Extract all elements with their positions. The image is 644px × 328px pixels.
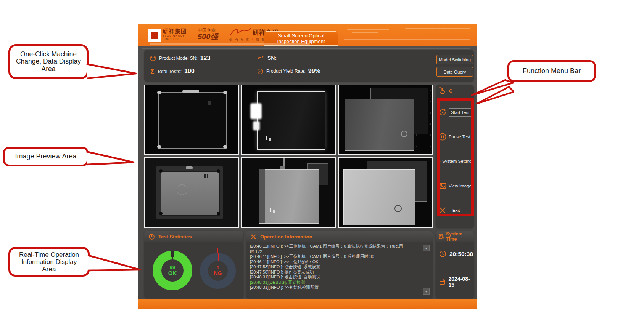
corner-dot [159, 169, 163, 173]
watermark-circle [177, 184, 187, 195]
log-scroll-down-button[interactable]: ▼ [423, 288, 430, 295]
field-label: Total Tests: [157, 69, 182, 74]
camera-image-1 [144, 85, 239, 155]
system-time-panel: System Time 20:50:38 2024-08-15 [436, 231, 474, 298]
panel-mark [273, 210, 275, 213]
scroll-up-icon: ▲ [425, 247, 428, 250]
doc-clock-icon [438, 233, 444, 240]
crossed-tools-icon [250, 233, 257, 240]
corner-dot [157, 145, 161, 149]
signature-flourish-icon [229, 27, 252, 37]
clock-row: 20:50:38 [439, 250, 473, 258]
scroll-down-icon: ▼ [425, 290, 428, 293]
function-menu-header-label: C [449, 88, 452, 94]
camera-image-3 [338, 85, 433, 155]
glass-panel [343, 169, 415, 225]
field-label: Product Model SN: [159, 56, 198, 61]
operation-info-header: Operation Information [246, 231, 433, 242]
yield-rate-value: 99% [308, 68, 320, 75]
date-row: 2024-08-15 [439, 276, 474, 288]
log-line: [20:47:53][INFO ]: 点击按钮 :系统设置 [250, 264, 420, 270]
top500-cn: 中国企业 [198, 28, 218, 32]
callout-line: Function Menu Bar [523, 67, 581, 75]
glare-blob [253, 121, 260, 130]
log-line: [20:46:11][INFO ]: >>工位1结果：OK [250, 259, 420, 265]
pie-chart-icon [148, 233, 155, 240]
ng-donut-center: 1 NG [208, 261, 228, 281]
callout-function-menu: Function Menu Bar [507, 60, 596, 82]
function-menu-annotation-box [437, 98, 474, 216]
logo-divider [195, 29, 195, 41]
header-circuit-line [344, 39, 470, 40]
app-header: 研祥集团 EVOC GROUP SINCE1993 中国企业 500强 研祥金码… [138, 24, 477, 46]
data-display-panel: Product Model SN: 123 Σ Total Tests: 100… [144, 50, 474, 82]
log-line: [20:48:31][DEBUG]: 开始检测 [250, 280, 420, 285]
callout-image-preview: Image Preview Area [3, 147, 89, 166]
corner-dot [217, 169, 220, 173]
panel-frame [158, 92, 227, 149]
hand-click-icon [438, 87, 446, 95]
camera-image-6 [338, 157, 433, 228]
logo-since: SINCE1993 [163, 38, 187, 41]
log-line: [20:48:31][INFO ]: >>初始化检测配置 [250, 285, 420, 290]
system-time-title: System Time [446, 231, 472, 242]
callout-line: Image Preview Area [15, 153, 76, 160]
total-tests-value: 100 [184, 68, 195, 75]
log-line: [20:47:58][INFO ]: 操作员登录成功 [250, 270, 420, 275]
callout-realtime-info-pointer [87, 254, 142, 272]
logo-group-cn: 研祥集团 [163, 28, 187, 34]
corner-dot [159, 212, 163, 215]
callout-line: Area [42, 266, 56, 273]
log-line: [20:46:11][INFO ]: >>工位相机：CAM1 图片编号：0 后处… [250, 254, 420, 259]
system-date-value: 2024-08-15 [449, 276, 474, 288]
field-total-tests: Σ Total Tests: 100 [150, 68, 195, 75]
panel-edge-strip [259, 169, 265, 223]
product-model-value: 123 [200, 55, 211, 62]
callout-line: Information Display [21, 258, 77, 266]
ok-donut-center: 99 OK [161, 259, 184, 282]
header-circuit-line [150, 43, 310, 45]
panel-mark [207, 174, 208, 178]
callout-data-area-pointer [86, 63, 137, 80]
underline [180, 65, 234, 65]
ok-donut-chart: 99 OK [153, 251, 192, 290]
log-line: [20:48:31][INFO ]: 点击按钮 :自动测试 [250, 275, 420, 280]
test-statistics-title: Test Statistics [158, 234, 192, 240]
operation-log[interactable]: [20:46:11][INFO ]: >>工位相机：CAM1 图片编号：0 算法… [250, 244, 420, 296]
evoc-logo-mark [150, 31, 159, 40]
top500-block: 中国企业 500强 [198, 28, 218, 40]
operation-info-panel: Operation Information [20:46:11][INFO ]:… [246, 231, 433, 298]
calendar-icon [439, 278, 446, 286]
ok-count: 99 [170, 265, 175, 270]
system-time-header: System Time [436, 231, 474, 242]
field-product-model: Product Model SN: 123 [150, 55, 210, 62]
camera-image-5 [241, 157, 336, 228]
model-switching-button[interactable]: Model Switching [436, 55, 473, 64]
callout-line: Real-Time Operation [19, 251, 79, 258]
sigma-icon: Σ [150, 68, 154, 75]
glass-panel [257, 91, 325, 149]
panel-mark [204, 174, 206, 178]
top-tab [182, 90, 199, 93]
evoc-logo-icon [148, 29, 161, 42]
underline [287, 65, 335, 65]
underline [182, 78, 234, 78]
package-icon [150, 55, 156, 62]
test-statistics-panel: Test Statistics 99 OK 1 NG [144, 231, 243, 298]
camera-image-2 [241, 85, 336, 155]
panel-mark [208, 101, 211, 105]
function-menu-header: C [438, 87, 452, 95]
ok-label: OK [168, 270, 177, 276]
corner-dot [217, 212, 220, 215]
callout-line: Change, Data Display [16, 58, 81, 66]
operation-info-title: Operation Information [260, 234, 312, 240]
system-time-value: 20:50:38 [449, 251, 473, 258]
log-scroll-up-button[interactable]: ▲ [423, 245, 430, 251]
panel-mark [266, 136, 267, 140]
date-query-button[interactable]: Date Query [436, 67, 473, 77]
header-circuit-line [405, 28, 470, 29]
glass-panel [345, 99, 414, 151]
logo-group-block: 研祥集团 EVOC GROUP SINCE1993 [163, 28, 187, 40]
field-label: Product Yield Rate: [266, 69, 306, 74]
field-yield-rate: Product Yield Rate: 99% [257, 68, 320, 75]
